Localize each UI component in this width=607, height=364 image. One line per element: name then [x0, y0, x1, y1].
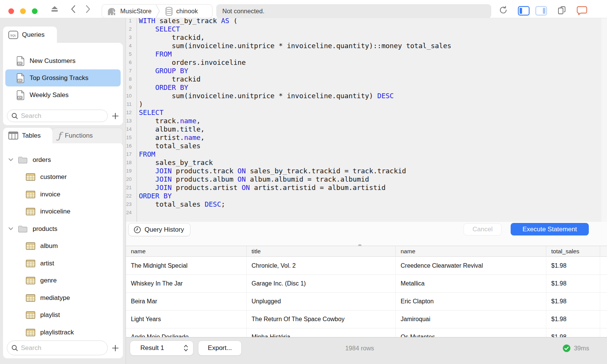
query-list-item[interactable]: SQLNew Customers	[5, 52, 121, 69]
code-line[interactable]: 7 GROUP BY	[126, 67, 607, 75]
code-line[interactable]: 23 total_sales DESC;	[126, 200, 607, 209]
result-cell[interactable]: $1.98	[546, 275, 600, 292]
schema-folder-row[interactable]: orders	[3, 151, 123, 169]
code-line[interactable]: 19 JOIN products.track ON sales_by_track…	[126, 167, 607, 175]
result-row[interactable]: Whiskey In The JarGarage Inc. (Disc 1)Me…	[126, 275, 607, 293]
result-cell[interactable]: $1.98	[546, 257, 600, 275]
tab-functions[interactable]: ƒ Functions	[52, 128, 123, 143]
code-line[interactable]: 12SELECT	[126, 108, 607, 117]
result-cell[interactable]: Jamiroquai	[396, 311, 546, 328]
table-label: album	[40, 242, 58, 250]
schema-table-row[interactable]: playlist	[3, 307, 123, 324]
sql-file-icon: SQL	[17, 56, 25, 66]
code-line[interactable]: 15 artist.name,	[126, 133, 607, 142]
schema-table-row[interactable]: mediatype	[3, 289, 123, 307]
result-cell[interactable]: Ando Meio Desligado	[126, 328, 247, 337]
result-cell[interactable]: Beira Mar	[126, 293, 247, 310]
result-cell[interactable]: Garage Inc. (Disc 1)	[247, 275, 396, 292]
code-line[interactable]: 2 SELECT	[126, 25, 607, 33]
code-line[interactable]: 10 sum(invoiceline.unitprice * invoiceli…	[126, 92, 607, 100]
result-cell[interactable]: Unplugged	[247, 293, 396, 310]
query-history-button[interactable]: Query History	[128, 223, 190, 236]
result-row[interactable]: Beira MarUnpluggedEric Clapton$1.98	[126, 293, 607, 311]
query-list-item[interactable]: SQLTop Grossing Tracks	[5, 69, 121, 86]
forward-button[interactable]	[86, 5, 91, 13]
code-line[interactable]: 1WITH sales_by_track AS (	[126, 18, 607, 25]
column-header[interactable]: name	[126, 246, 247, 256]
code-line[interactable]: 22ORDER BY	[126, 192, 607, 200]
schema-table-row[interactable]: invoice	[3, 186, 123, 203]
result-cell[interactable]: Eric Clapton	[396, 293, 546, 310]
toggle-right-sidebar-button[interactable]	[535, 6, 547, 16]
result-cell[interactable]: $1.98	[546, 311, 600, 328]
code-line[interactable]: 9 ORDER BY	[126, 83, 607, 92]
code-line[interactable]: 11)	[126, 100, 607, 108]
code-line[interactable]: 17FROM	[126, 150, 607, 158]
code-line[interactable]: 21 JOIN products.artist ON artist.artist…	[126, 184, 607, 192]
schema-table-row[interactable]: artist	[3, 255, 123, 272]
disclosure-chevron-icon[interactable]	[8, 158, 13, 162]
back-button[interactable]	[71, 5, 75, 13]
disclosure-chevron-icon[interactable]	[8, 227, 13, 231]
code-line[interactable]: 20 JOIN products.album ON album.albumid …	[126, 175, 607, 184]
code-line[interactable]: 5 FROM	[126, 50, 607, 58]
query-list-item[interactable]: SQLWeekly Sales	[5, 86, 121, 104]
close-button[interactable]	[8, 8, 14, 14]
column-header[interactable]: title	[247, 246, 396, 256]
add-query-button[interactable]	[111, 111, 120, 121]
tables-search-input[interactable]	[7, 340, 108, 355]
code-line[interactable]: 8 trackid	[126, 75, 607, 83]
result-cell[interactable]: Creedence Clearwater Revival	[396, 257, 546, 275]
code-line[interactable]: 14 album.title,	[126, 125, 607, 133]
schema-table-row[interactable]: album	[3, 238, 123, 255]
cancel-button[interactable]: Cancel	[464, 223, 502, 235]
schema-table-row[interactable]: genre	[3, 272, 123, 290]
code-line[interactable]: 3 trackid,	[126, 33, 607, 42]
server-name: MusicStore	[120, 8, 152, 15]
duplicate-window-button[interactable]	[557, 6, 566, 15]
breadcrumb-database[interactable]: chinook	[160, 5, 202, 18]
line-number: 19	[126, 167, 134, 175]
result-cell[interactable]: Whiskey In The Jar	[126, 275, 247, 292]
column-header[interactable]: name	[396, 246, 546, 256]
result-row[interactable]: The Midnight SpecialChronicle, Vol. 2Cre…	[126, 257, 607, 275]
code-line[interactable]: 6 orders.invoiceline	[126, 58, 607, 67]
result-cell[interactable]: Metallica	[396, 275, 546, 292]
queries-search-input[interactable]	[7, 110, 108, 122]
toggle-left-sidebar-button[interactable]	[518, 6, 530, 16]
column-header[interactable]: total_sales	[546, 246, 600, 256]
tab-queries[interactable]: SQL Queries	[3, 27, 57, 43]
result-cell[interactable]: The Midnight Special	[126, 257, 247, 275]
zoom-button[interactable]	[32, 8, 38, 14]
result-row[interactable]: Ando Meio DesligadoMinha HistóriaOs Muta…	[126, 328, 607, 337]
tab-tables-label: Tables	[22, 132, 41, 140]
feedback-bubble-icon[interactable]	[577, 6, 587, 16]
result-row[interactable]: Light YearsThe Return Of The Space Cowbo…	[126, 311, 607, 328]
result-cell[interactable]: Chronicle, Vol. 2	[247, 257, 396, 275]
result-cell[interactable]: Os Mutantes	[396, 328, 546, 337]
execute-statement-button[interactable]: Execute Statement	[511, 223, 589, 235]
eject-icon[interactable]	[50, 5, 59, 13]
result-cell[interactable]: $1.98	[546, 328, 600, 337]
tab-tables[interactable]: Tables	[3, 128, 52, 143]
elephant-icon	[107, 7, 117, 16]
schema-table-row[interactable]: invoiceline	[3, 203, 123, 221]
code-line[interactable]: 13 track.name,	[126, 117, 607, 125]
result-cell[interactable]: The Return Of The Space Cowboy	[247, 311, 396, 328]
folder-label: products	[33, 225, 57, 233]
add-table-button[interactable]	[111, 344, 120, 353]
breadcrumb-server[interactable]: MusicStore	[102, 5, 156, 18]
result-cell[interactable]: Light Years	[126, 311, 247, 328]
refresh-button[interactable]	[498, 5, 508, 15]
sql-editor[interactable]: 1WITH sales_by_track AS (2 SELECT3 track…	[126, 18, 607, 222]
schema-table-row[interactable]: customer	[3, 169, 123, 186]
result-cell[interactable]: Minha História	[247, 328, 396, 337]
query-item-label: Weekly Sales	[30, 91, 69, 99]
schema-folder-row[interactable]: products	[3, 220, 123, 238]
code-line[interactable]: 4 sum(invoiceline.unitprice * invoicelin…	[126, 42, 607, 50]
code-line[interactable]: 24	[126, 209, 607, 217]
minimize-button[interactable]	[20, 8, 26, 14]
code-line[interactable]: 18 sales_by_track	[126, 158, 607, 167]
code-line[interactable]: 16 total_sales	[126, 142, 607, 150]
result-cell[interactable]: $1.98	[546, 293, 600, 310]
